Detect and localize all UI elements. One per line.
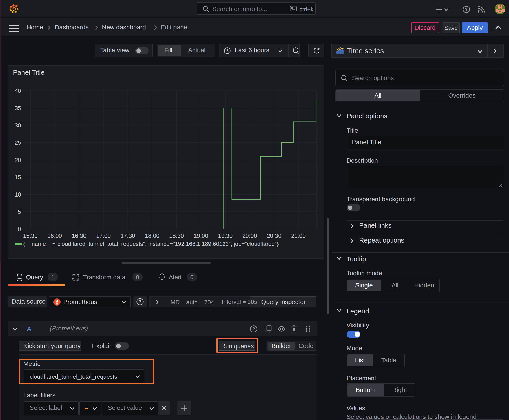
svg-text:?: ? bbox=[252, 326, 255, 331]
svg-text:10: 10 bbox=[15, 191, 21, 198]
svg-text:0: 0 bbox=[18, 226, 21, 232]
svg-text:17:30: 17:30 bbox=[121, 232, 135, 239]
svg-text:25: 25 bbox=[15, 139, 21, 146]
svg-text:35: 35 bbox=[15, 105, 21, 112]
svg-text:16:30: 16:30 bbox=[72, 232, 86, 239]
svg-text:18:00: 18:00 bbox=[145, 232, 159, 239]
svg-text:17:00: 17:00 bbox=[96, 232, 111, 239]
svg-text:20: 20 bbox=[15, 157, 21, 163]
svg-text:20:30: 20:30 bbox=[267, 232, 281, 239]
svg-text:19:00: 19:00 bbox=[194, 232, 208, 239]
svg-text:20:00: 20:00 bbox=[242, 232, 257, 239]
svg-text:5: 5 bbox=[18, 209, 21, 215]
svg-text:15: 15 bbox=[15, 174, 21, 181]
svg-text:{__name__="cloudflared_tunnel_: {__name__="cloudflared_tunnel_total_requ… bbox=[23, 241, 279, 247]
svg-text:21:00: 21:00 bbox=[291, 232, 306, 239]
svg-text:40: 40 bbox=[15, 88, 21, 94]
svg-text:18:30: 18:30 bbox=[169, 232, 184, 239]
svg-text:19:30: 19:30 bbox=[218, 232, 233, 239]
svg-text:16:00: 16:00 bbox=[47, 232, 62, 239]
svg-text:?: ? bbox=[465, 7, 468, 12]
svg-text:15:30: 15:30 bbox=[23, 232, 38, 239]
svg-text:30: 30 bbox=[15, 122, 21, 129]
svg-text:?: ? bbox=[139, 299, 141, 304]
